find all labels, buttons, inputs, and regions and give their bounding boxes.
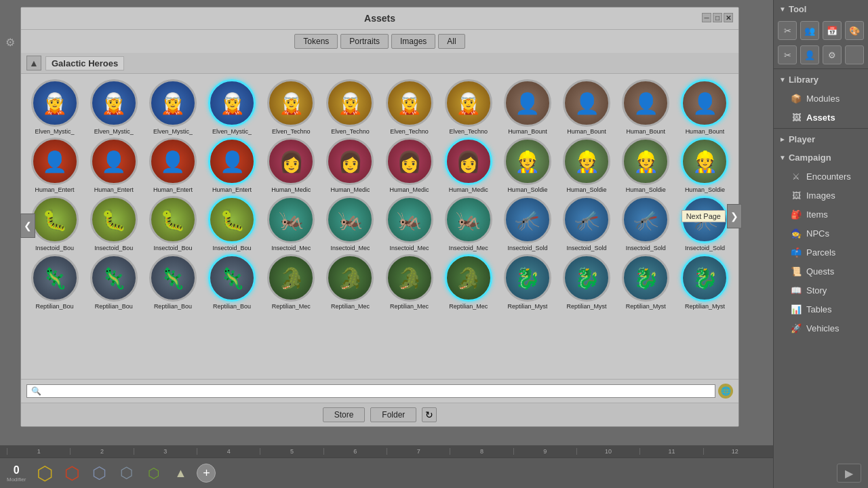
token-item[interactable]: 🐉Reptilian_Myst — [677, 254, 733, 310]
token-label: Human_Soldie — [507, 186, 547, 193]
token-item[interactable]: 🐉Reptilian_Myst — [499, 254, 555, 310]
store-button[interactable]: Store — [323, 407, 366, 422]
token-item[interactable]: 🐛Insectoid_Bou — [144, 196, 201, 251]
play-button[interactable]: ▶ — [837, 464, 861, 483]
token-item[interactable]: 🦎Reptilian_Bou — [144, 254, 201, 310]
tool-icon-3[interactable]: 📅 — [823, 21, 842, 40]
token-item[interactable]: 🦎Reptilian_Bou — [85, 254, 142, 310]
token-item[interactable]: 🐉Reptilian_Myst — [618, 254, 674, 310]
token-item[interactable]: 🧝Elven_Techno — [322, 79, 378, 135]
sidebar-item-encounters[interactable]: ⚔ Encounters — [774, 167, 868, 186]
tool-icon-6[interactable]: 👤 — [800, 45, 819, 64]
folder-up-button[interactable]: ▲ — [26, 56, 41, 70]
token-item[interactable]: 👩Human_Medic — [440, 138, 496, 193]
token-item[interactable]: 👤Human_Bount — [499, 79, 555, 135]
tool-icon-4[interactable]: 🎨 — [845, 21, 864, 40]
sidebar-item-items[interactable]: 🎒 Items — [774, 205, 868, 224]
token-item[interactable]: 🧝Elven_Mystic_ — [85, 79, 142, 135]
library-section-header[interactable]: ▼ Library — [774, 70, 868, 89]
token-item[interactable]: 🦟Insectoid_Sold — [558, 196, 614, 251]
sidebar-item-modules[interactable]: 📦 Modules — [774, 89, 868, 108]
token-item[interactable]: 👤Human_Bount — [677, 79, 733, 135]
refresh-button[interactable]: ↻ — [422, 407, 437, 422]
tool-icon-1[interactable]: ✂ — [778, 21, 797, 40]
assets-panel: Assets ─ □ ✕ Tokens Portraits Images All… — [20, 7, 739, 427]
token-item[interactable]: 🐊Reptilian_Mec — [440, 254, 496, 310]
token-item[interactable]: 🦎Reptilian_Bou — [26, 254, 83, 310]
dice-d10[interactable]: ⬡ — [88, 462, 110, 484]
settings-gear[interactable]: ⚙ — [3, 35, 17, 49]
token-label: Reptilian_Bou — [36, 303, 74, 310]
tables-icon: 📊 — [790, 303, 802, 315]
prev-page-button[interactable]: ❮ — [20, 214, 35, 238]
sidebar-item-parcels[interactable]: 📫 Parcels — [774, 243, 868, 262]
token-item[interactable]: 🧝Elven_Techno — [381, 79, 437, 135]
tool-icon-7[interactable]: ⚙ — [823, 45, 842, 64]
sidebar-item-vehicles[interactable]: 🚀 Vehicles — [774, 319, 868, 338]
token-item[interactable]: 🧝Elven_Mystic_ — [26, 79, 83, 135]
token-item[interactable]: 🦗Insectoid_Mec — [263, 196, 319, 251]
tool-section-header[interactable]: ▼ Tool — [774, 0, 868, 18]
token-item[interactable]: 👤Human_Entert — [26, 138, 83, 193]
token-item[interactable]: 🦟Insectoid_Sold — [499, 196, 555, 251]
tab-all[interactable]: All — [438, 34, 465, 49]
token-item[interactable]: 👷Human_Soldie — [499, 138, 555, 193]
sidebar-item-quests[interactable]: 📜 Quests — [774, 262, 868, 281]
sidebar-item-images[interactable]: 🖼 Images — [774, 186, 868, 205]
token-item[interactable]: 🐊Reptilian_Mec — [322, 254, 378, 310]
sidebar-item-tables[interactable]: 📊 Tables — [774, 300, 868, 319]
token-item[interactable]: 👷Human_Soldie — [618, 138, 674, 193]
token-item[interactable]: 🧝Elven_Mystic_ — [144, 79, 201, 135]
token-item[interactable]: 👤Human_Bount — [618, 79, 674, 135]
sidebar-item-assets[interactable]: 🖼 Assets — [774, 108, 868, 127]
dice-d6[interactable]: ⬡ — [142, 462, 164, 484]
tab-portraits[interactable]: Portraits — [340, 34, 389, 49]
token-item[interactable]: 👩Human_Medic — [322, 138, 378, 193]
token-item[interactable]: 🐊Reptilian_Mec — [381, 254, 437, 310]
token-item[interactable]: 🧝Elven_Techno — [440, 79, 496, 135]
token-item[interactable]: 🦗Insectoid_Mec — [440, 196, 496, 251]
token-item[interactable]: 🐊Reptilian_Mec — [263, 254, 319, 310]
token-item[interactable]: 🧝Elven_Techno — [263, 79, 319, 135]
token-item[interactable]: 🦎Reptilian_Bou — [203, 254, 260, 310]
token-item[interactable]: 👤Human_Bount — [558, 79, 614, 135]
next-page-button[interactable]: ❯ — [727, 204, 742, 228]
add-dice-button[interactable]: + — [197, 464, 216, 483]
token-label: Human_Bount — [567, 128, 606, 135]
tool-icon-2[interactable]: 👥 — [800, 21, 819, 40]
sidebar-item-npcs[interactable]: 🧙 NPCs — [774, 224, 868, 243]
tool-icon-5[interactable]: ✂ — [778, 45, 797, 64]
token-item[interactable]: 👤Human_Entert — [85, 138, 142, 193]
token-item[interactable]: 🦟Insectoid_Sold — [618, 196, 674, 251]
close-button[interactable]: ✕ — [724, 13, 733, 22]
player-section-header[interactable]: ► Player — [774, 130, 868, 148]
dice-d12[interactable]: ⬡ — [61, 462, 83, 484]
token-item[interactable]: 👤Human_Entert — [203, 138, 260, 193]
panel-title: Assets — [364, 13, 395, 24]
token-item[interactable]: 👷Human_Soldie — [677, 138, 733, 193]
maximize-button[interactable]: □ — [713, 13, 722, 22]
folder-button[interactable]: Folder — [370, 407, 416, 422]
token-item[interactable]: 🐉Reptilian_Myst — [558, 254, 614, 310]
minimize-button[interactable]: ─ — [702, 13, 711, 22]
globe-icon[interactable]: 🌐 — [718, 384, 733, 399]
token-item[interactable]: 🐛Insectoid_Bou — [85, 196, 142, 251]
tab-images[interactable]: Images — [391, 34, 435, 49]
token-item[interactable]: 👩Human_Medic — [381, 138, 437, 193]
search-input[interactable] — [44, 386, 711, 396]
dice-d20[interactable]: ⬡ — [34, 462, 56, 484]
dice-d4[interactable]: ▲ — [170, 462, 191, 484]
token-item[interactable]: 👩Human_Medic — [263, 138, 319, 193]
campaign-section-header[interactable]: ▼ Campaign — [774, 148, 868, 167]
token-item[interactable]: 🧝Elven_Mystic_ — [203, 79, 260, 135]
token-item[interactable]: 👤Human_Entert — [144, 138, 201, 193]
d8-icon: ⬡ — [115, 462, 137, 484]
token-item[interactable]: 🦗Insectoid_Mec — [322, 196, 378, 251]
sidebar-item-story[interactable]: 📖 Story — [774, 281, 868, 300]
tool-icon-8[interactable] — [845, 45, 864, 64]
token-item[interactable]: 🐛Insectoid_Bou — [203, 196, 260, 251]
token-item[interactable]: 🦗Insectoid_Mec — [381, 196, 437, 251]
token-item[interactable]: 👷Human_Soldie — [558, 138, 614, 193]
dice-d8[interactable]: ⬡ — [115, 462, 137, 484]
tab-tokens[interactable]: Tokens — [294, 34, 338, 49]
